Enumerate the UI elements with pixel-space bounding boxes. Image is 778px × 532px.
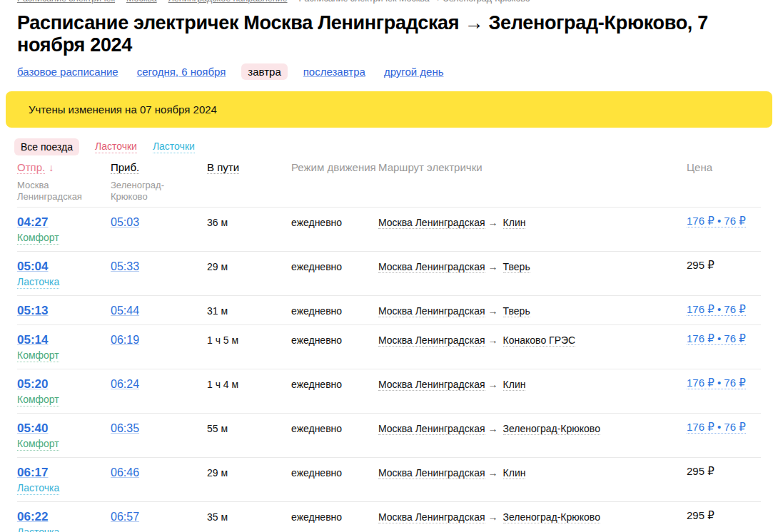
duration-text: 29 м [207, 259, 291, 289]
route-to-link[interactable]: Зеленоград-Крюково [503, 423, 600, 435]
table-row: 06:17 Ласточка 06:46 29 м ежедневно Моск… [17, 458, 761, 502]
schedule-text: ежедневно [291, 259, 378, 289]
departure-time-link[interactable]: 05:20 [17, 377, 48, 392]
route-from-link[interactable]: Москва Ленинградская [378, 511, 485, 523]
route-from-link[interactable]: Москва Ленинградская [378, 217, 485, 229]
sort-by-arrival[interactable]: Приб. [111, 161, 139, 174]
departure-time-link[interactable]: 05:40 [17, 421, 48, 436]
price-value[interactable]: 176 ₽ • 76 ₽ [687, 421, 746, 434]
sort-desc-icon: ↓ [49, 162, 54, 173]
route-to-link[interactable]: Клин [503, 467, 526, 479]
route-from-link[interactable]: Москва Ленинградская [378, 305, 485, 317]
arrival-time-link[interactable]: 05:03 [111, 215, 139, 230]
arrival-station-label: Зеленоград-Крюково [111, 180, 191, 203]
table-row: 05:20 Комфорт 06:24 1 ч 4 м ежедневно Мо… [17, 369, 761, 414]
route-arrow-icon: → [488, 305, 498, 317]
filter-all-trains[interactable]: Все поезда [14, 138, 79, 155]
train-type-link[interactable]: Ласточка [17, 276, 59, 289]
price-value[interactable]: 176 ₽ • 76 ₽ [687, 377, 746, 389]
train-type-link[interactable]: Комфорт [17, 232, 59, 245]
train-type-link[interactable]: Комфорт [17, 394, 59, 406]
filter-lastochki-cyan[interactable]: Ласточки [153, 140, 195, 153]
table-row: 05:04 Ласточка 05:33 29 м ежедневно Моск… [17, 252, 761, 296]
arrival-time-link[interactable]: 06:24 [111, 377, 139, 392]
route-to-link[interactable]: Клин [503, 379, 526, 391]
schedule-text: ежедневно [291, 215, 378, 245]
departure-station-label: Москва Ленинградская [17, 180, 97, 203]
arrival-time-link[interactable]: 05:44 [111, 303, 139, 318]
schedule-text: ежедневно [291, 332, 378, 362]
tab-today[interactable]: сегодня, 6 ноября [137, 66, 226, 78]
header-schedule: Режим движения [291, 161, 378, 203]
filter-lastochki-pink[interactable]: Ласточки [95, 140, 137, 153]
route-arrow-icon: → [488, 379, 498, 390]
tab-other-day[interactable]: другой день [384, 66, 444, 78]
route-to-link[interactable]: Клин [503, 217, 526, 229]
departure-time-link[interactable]: 06:22 [17, 509, 48, 524]
route-cell: Москва Ленинградская→Зеленоград-Крюково [378, 509, 687, 532]
route-to-link[interactable]: Тверь [503, 261, 530, 273]
departure-time-link[interactable]: 05:14 [17, 332, 48, 347]
breadcrumb-link-moscow[interactable]: Москва [126, 0, 157, 4]
duration-text: 31 м [207, 303, 291, 318]
duration-text: 36 м [207, 215, 291, 245]
header-price: Цена [687, 161, 761, 203]
price-value: 295 ₽ [687, 465, 714, 477]
arrival-time-link[interactable]: 06:19 [111, 332, 139, 347]
breadcrumb-current: Расписание электричек Москва → Зеленогра… [299, 0, 530, 4]
header-route: Маршрут электрички [378, 161, 687, 203]
duration-text: 55 м [207, 421, 291, 451]
route-from-link[interactable]: Москва Ленинградская [378, 334, 485, 347]
table-header-row: Отпр.↓ Москва Ленинградская Приб. Зелено… [17, 155, 761, 208]
tab-base-schedule[interactable]: базовое расписание [17, 66, 118, 78]
route-from-link[interactable]: Москва Ленинградская [378, 423, 485, 435]
breadcrumb-link-schedule[interactable]: Расписание электричек [17, 0, 115, 4]
train-type-link[interactable]: Ласточка [17, 526, 59, 532]
table-row: 05:40 Комфорт 06:35 55 м ежедневно Москв… [17, 414, 761, 458]
train-type-link[interactable]: Ласточка [17, 482, 59, 495]
route-to-link[interactable]: Зеленоград-Крюково [503, 511, 600, 523]
price-value[interactable]: 176 ₽ • 76 ₽ [687, 215, 746, 227]
schedule-text: ежедневно [291, 421, 378, 451]
route-from-link[interactable]: Москва Ленинградская [378, 379, 485, 391]
duration-text: 29 м [207, 465, 291, 495]
duration-text: 35 м [207, 509, 291, 532]
tab-day-after[interactable]: послезавтра [303, 66, 365, 78]
table-row: 04:27 Комфорт 05:03 36 м ежедневно Москв… [17, 208, 761, 252]
price-value[interactable]: 176 ₽ • 76 ₽ [687, 332, 746, 345]
price-value: 295 ₽ [687, 509, 714, 521]
route-from-link[interactable]: Москва Ленинградская [378, 467, 485, 479]
route-cell: Москва Ленинградская→Клин [378, 377, 687, 406]
route-cell: Москва Ленинградская→Зеленоград-Крюково [378, 421, 687, 451]
departure-time-link[interactable]: 06:17 [17, 465, 48, 480]
route-to-link[interactable]: Конаково ГРЭС [503, 334, 576, 347]
sort-by-departure[interactable]: Отпр. [17, 161, 45, 174]
changes-notice-text: Учтены изменения на 07 ноября 2024 [29, 103, 217, 116]
schedule-text: ежедневно [291, 303, 378, 318]
route-to-link[interactable]: Тверь [503, 305, 530, 317]
arrival-time-link[interactable]: 06:57 [111, 509, 139, 524]
sort-by-duration[interactable]: В пути [207, 161, 239, 174]
train-type-link[interactable]: Комфорт [17, 438, 59, 451]
arrival-time-link[interactable]: 06:46 [111, 465, 139, 480]
arrival-time-link[interactable]: 05:33 [111, 259, 139, 274]
route-arrow-icon: → [488, 334, 498, 346]
route-cell: Москва Ленинградская→Тверь [378, 259, 687, 289]
page-title: Расписание электричек Москва Ленинградск… [17, 12, 761, 56]
changes-notice-banner: Учтены изменения на 07 ноября 2024 [6, 91, 772, 128]
train-filters: Все поезда Ласточки Ласточки [14, 138, 778, 155]
departure-time-link[interactable]: 04:27 [17, 215, 48, 230]
route-cell: Москва Ленинградская→Клин [378, 215, 687, 245]
arrival-time-link[interactable]: 06:35 [111, 421, 139, 436]
table-row: 05:13 05:44 31 м ежедневно Москва Ленинг… [17, 296, 761, 325]
breadcrumb-link-direction[interactable]: Ленинградское направление [168, 0, 288, 4]
price-value[interactable]: 176 ₽ • 76 ₽ [687, 303, 746, 316]
header-duration: В пути [207, 161, 291, 203]
departure-time-link[interactable]: 05:13 [17, 303, 48, 318]
departure-time-link[interactable]: 05:04 [17, 259, 48, 274]
route-from-link[interactable]: Москва Ленинградская [378, 261, 485, 273]
breadcrumb: Расписание электричек Москва Ленинградск… [0, 0, 778, 5]
train-type-link[interactable]: Комфорт [17, 349, 59, 362]
duration-text: 1 ч 5 м [207, 332, 291, 362]
tab-tomorrow[interactable]: завтра [241, 63, 287, 80]
